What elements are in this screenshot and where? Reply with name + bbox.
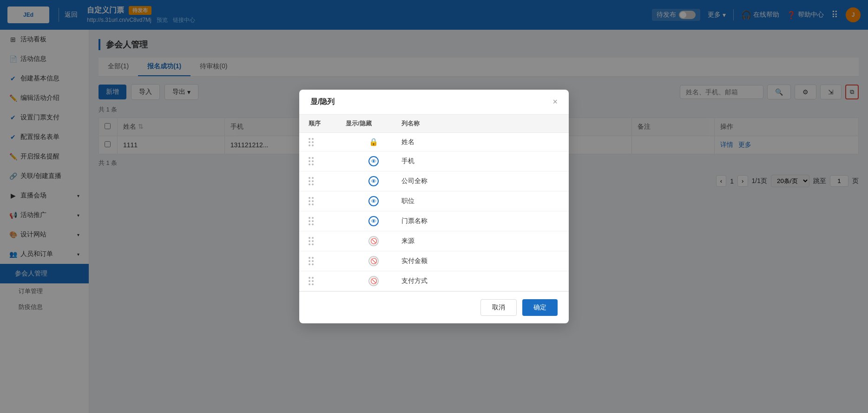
modal-row-company: 👁 公司全称 bbox=[299, 171, 569, 191]
col-name-姓名: 姓名 bbox=[401, 138, 559, 146]
modal-row-position: 👁 职位 bbox=[299, 191, 569, 211]
col-name-header: 列名称 bbox=[401, 119, 559, 128]
col-name-公司全称: 公司全称 bbox=[401, 177, 559, 185]
visibility-toggle-position[interactable]: 👁 bbox=[368, 196, 379, 206]
modal-body: 顺序 显示/隐藏 列名称 🔒 姓名 bbox=[299, 115, 569, 291]
modal-row-phone: 👁 手机 bbox=[299, 151, 569, 171]
modal-table-header: 顺序 显示/隐藏 列名称 bbox=[299, 115, 569, 133]
drag-handle-amount[interactable] bbox=[309, 257, 346, 265]
column-modal: 显/隐列 × 顺序 显示/隐藏 列名称 🔒 姓名 bbox=[299, 90, 569, 323]
modal-footer: 取消 确定 bbox=[299, 291, 569, 323]
drag-handle-phone[interactable] bbox=[309, 157, 346, 165]
visibility-toggle-amount[interactable]: 🚫 bbox=[368, 256, 379, 266]
visibility-toggle-ticket[interactable]: 👁 bbox=[368, 216, 379, 226]
drag-handle-source[interactable] bbox=[309, 237, 346, 245]
modal-row-amount: 🚫 实付金额 bbox=[299, 251, 569, 271]
col-name-支付方式: 支付方式 bbox=[401, 277, 559, 285]
modal-row-name: 🔒 姓名 bbox=[299, 133, 569, 151]
drag-handle-ticket[interactable] bbox=[309, 217, 346, 225]
modal-row-source: 🚫 来源 bbox=[299, 231, 569, 251]
col-visibility-header: 显示/隐藏 bbox=[346, 119, 401, 128]
modal-overlay[interactable]: 显/隐列 × 顺序 显示/隐藏 列名称 🔒 姓名 bbox=[0, 0, 868, 413]
lock-icon: 🔒 bbox=[369, 138, 378, 146]
modal-header: 显/隐列 × bbox=[299, 90, 569, 115]
modal-row-ticket: 👁 门票名称 bbox=[299, 211, 569, 231]
drag-handle-position[interactable] bbox=[309, 197, 346, 205]
modal-title: 显/隐列 bbox=[310, 97, 335, 107]
modal-row-payment: 🚫 支付方式 bbox=[299, 271, 569, 291]
drag-handle-payment[interactable] bbox=[309, 277, 346, 285]
visibility-toggle-payment[interactable]: 🚫 bbox=[368, 276, 379, 286]
col-name-门票名称: 门票名称 bbox=[401, 217, 559, 225]
modal-close-button[interactable]: × bbox=[552, 97, 558, 107]
drag-handle-name[interactable] bbox=[309, 138, 346, 146]
col-order-header: 顺序 bbox=[309, 119, 346, 128]
col-name-实付金额: 实付金额 bbox=[401, 257, 559, 265]
drag-handle-company[interactable] bbox=[309, 177, 346, 185]
col-name-职位: 职位 bbox=[401, 197, 559, 205]
cancel-button[interactable]: 取消 bbox=[480, 299, 517, 316]
col-name-手机: 手机 bbox=[401, 157, 559, 165]
visibility-toggle-company[interactable]: 👁 bbox=[368, 176, 379, 186]
confirm-button[interactable]: 确定 bbox=[522, 299, 558, 316]
col-name-来源: 来源 bbox=[401, 237, 559, 245]
visibility-toggle-source[interactable]: 🚫 bbox=[368, 236, 379, 246]
visibility-toggle-phone[interactable]: 👁 bbox=[368, 156, 379, 166]
